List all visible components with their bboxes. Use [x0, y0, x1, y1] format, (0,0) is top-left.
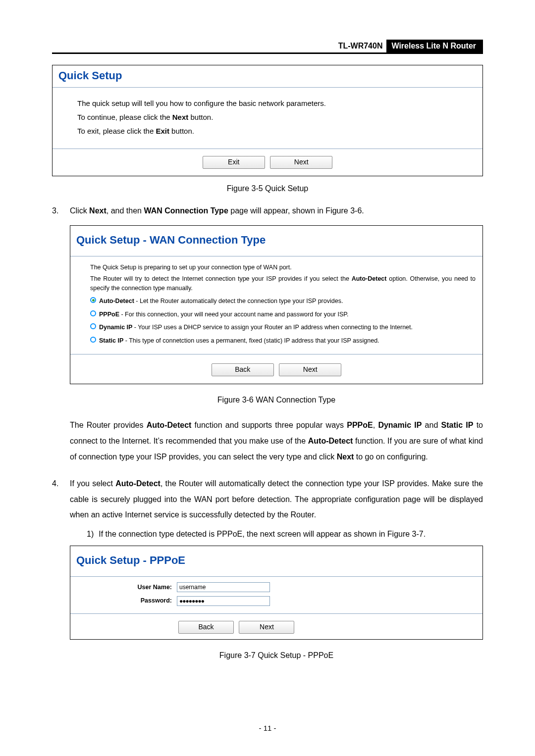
wan-intro-2: The Router will try to detect the Intern…: [90, 274, 476, 294]
button-row: Back Next: [70, 613, 482, 639]
step-4-1: 1) If the connection type detected is PP…: [87, 526, 483, 542]
panel-title-wan-type: Quick Setup - WAN Connection Type: [70, 226, 482, 256]
next-button[interactable]: Next: [239, 621, 294, 634]
panel-body: User Name: username Password: ●●●●●●●●: [70, 577, 482, 613]
quick-setup-line3: To exit, please click the Exit button.: [77, 124, 468, 138]
panel-body: The Quick Setup is preparing to set up y…: [70, 256, 482, 354]
header-model: TL-WR740N: [334, 40, 387, 52]
header-desc: Wireless Lite N Router: [386, 40, 483, 52]
password-input[interactable]: ●●●●●●●●: [177, 596, 270, 606]
label-password: Password:: [70, 595, 177, 606]
radio-dynamic-ip[interactable]: Dynamic IP - Your ISP uses a DHCP servic…: [90, 323, 476, 332]
step-3: 3. Click Next, and then WAN Connection T…: [70, 203, 483, 465]
figure-3-7-caption: Figure 3-7 Quick Setup - PPPoE: [70, 648, 483, 663]
back-button[interactable]: Back: [178, 621, 234, 634]
username-input[interactable]: username: [177, 582, 270, 592]
figure-3-5-caption: Figure 3-5 Quick Setup: [52, 184, 483, 193]
panel-title-quick-setup: Quick Setup: [53, 65, 482, 87]
button-row: Exit Next: [53, 149, 482, 176]
substep-number: 1): [87, 526, 94, 542]
panel-body: The quick setup will tell you how to con…: [53, 88, 482, 149]
radio-icon: [90, 310, 96, 316]
step-3-number: 3.: [52, 203, 58, 218]
radio-static-ip[interactable]: Static IP - This type of connetction use…: [90, 336, 476, 346]
panel-title-pppoe: Quick Setup - PPPoE: [70, 546, 482, 576]
radio-icon: [90, 323, 96, 329]
figure-3-6-panel: Quick Setup - WAN Connection Type The Qu…: [70, 225, 483, 384]
back-button[interactable]: Back: [212, 363, 274, 376]
radio-auto-detect[interactable]: Auto-Detect - Let the Router automatical…: [90, 297, 476, 306]
figure-3-7-panel: Quick Setup - PPPoE User Name: username …: [70, 546, 483, 640]
quick-setup-line2: To continue, please click the Next butto…: [77, 110, 468, 124]
substep-text: If the connection type detected is PPPoE…: [99, 526, 426, 542]
radio-pppoe[interactable]: PPPoE - For this connection, your will n…: [90, 310, 476, 319]
paragraph-after-3-6: The Router provides Auto-Detect function…: [70, 417, 483, 465]
page-header: TL-WR740N Wireless Lite N Router: [52, 40, 483, 54]
radio-icon: [90, 337, 96, 343]
page-number: - 11 -: [0, 724, 535, 732]
figure-3-5-panel: Quick Setup The quick setup will tell yo…: [52, 65, 483, 176]
step-4: 4. If you select Auto-Detect, the Router…: [70, 476, 483, 663]
figure-3-6-caption: Figure 3-6 WAN Connection Type: [70, 392, 483, 407]
label-username: User Name:: [70, 581, 177, 593]
exit-button[interactable]: Exit: [203, 156, 265, 169]
radio-icon: [90, 297, 96, 303]
next-button[interactable]: Next: [279, 363, 341, 376]
next-button[interactable]: Next: [270, 156, 332, 169]
wan-intro-1: The Quick Setup is preparing to set up y…: [90, 263, 476, 272]
step-4-number: 4.: [52, 476, 58, 491]
button-row: Back Next: [70, 354, 482, 384]
quick-setup-line1: The quick setup will tell you how to con…: [77, 97, 468, 110]
